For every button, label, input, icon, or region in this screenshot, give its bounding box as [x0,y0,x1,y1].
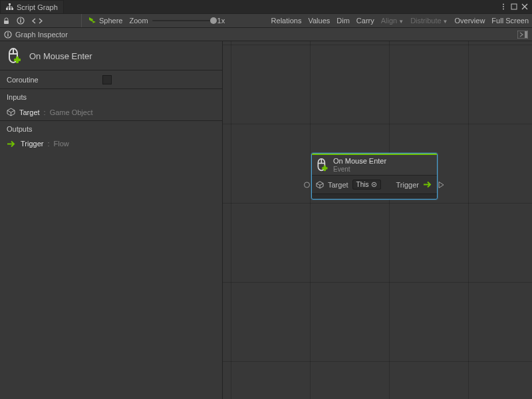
svg-point-6 [503,9,504,10]
values-button[interactable]: Values [305,15,333,26]
svg-rect-14 [7,34,8,37]
node-title: On Mouse Enter [29,51,92,61]
svg-rect-11 [20,20,21,23]
inspector-title: Graph Inspector [15,31,68,39]
output-port-name: Trigger [21,140,43,148]
input-port-sep: : [44,108,46,116]
zoom-label: Zoom [129,17,148,25]
target-picker-icon [371,182,377,188]
svg-rect-16 [525,31,527,38]
zoom-handle[interactable] [210,17,217,24]
output-port-row: Trigger : Flow [0,137,222,152]
cube-icon [7,108,15,116]
overview-button[interactable]: Overview [452,15,489,26]
output-port-trigger[interactable] [438,181,444,188]
outputs-header: Outputs [0,120,222,137]
menu-kebab-icon[interactable] [500,3,507,10]
carry-button[interactable]: Carry [353,15,378,26]
svg-point-10 [20,19,21,20]
node-header[interactable]: On Mouse Enter Event [312,154,437,176]
output-port-type: Flow [54,140,69,148]
close-icon[interactable] [521,3,528,10]
svg-rect-7 [511,4,517,9]
tab-script-graph[interactable]: Script Graph [0,0,64,13]
dim-button[interactable]: Dim [333,15,353,26]
svg-rect-20 [14,59,21,61]
chevron-down-icon: ▼ [443,19,448,25]
svg-rect-2 [9,8,11,10]
inspector-panel: On Mouse Enter Coroutine Inputs Target :… [0,41,223,399]
breadcrumb-object[interactable]: Sphere [88,17,122,25]
object-arrow-icon [88,17,96,25]
code-icon[interactable] [31,17,43,25]
node-footer [312,194,437,199]
collapse-panel-icon[interactable] [517,31,528,39]
coroutine-checkbox[interactable] [102,75,112,84]
node-body: Target This Trigger [312,176,437,194]
svg-rect-1 [6,8,8,10]
fullscreen-button[interactable]: Full Screen [488,15,532,26]
align-button[interactable]: Align▼ [378,15,407,26]
mouse-enter-event-icon [316,158,329,172]
svg-point-13 [7,32,9,33]
maximize-icon[interactable] [511,3,517,10]
svg-rect-24 [322,167,327,169]
zoom-slider[interactable] [152,20,213,21]
target-label: Target [328,181,348,189]
info-icon [4,31,12,39]
tab-bar-spacer [64,0,496,13]
lock-icon[interactable] [3,17,10,25]
output-port-sep: : [47,140,49,148]
input-port-target[interactable] [304,182,310,188]
tab-label: Script Graph [17,3,58,11]
svg-rect-8 [4,21,9,24]
svg-point-5 [503,6,504,7]
svg-rect-3 [11,8,13,10]
svg-point-26 [374,184,375,185]
node-subtitle: Event [333,166,386,173]
node-title: On Mouse Enter [333,157,386,165]
cube-icon [316,181,324,189]
inputs-header: Inputs [0,88,222,105]
info-icon[interactable] [17,17,25,25]
hierarchy-icon [6,3,13,11]
graph-canvas[interactable]: On Mouse Enter Event Target This Trigger [223,41,532,399]
input-port-name: Target [19,108,40,116]
flow-arrow-icon [423,181,433,188]
input-port-type: Game Object [50,108,93,116]
svg-rect-0 [9,3,11,5]
zoom-value: 1x [217,17,225,25]
coroutine-label: Coroutine [7,76,39,84]
target-value-field[interactable]: This [352,180,382,190]
chevron-down-icon: ▼ [398,19,404,25]
distribute-button[interactable]: Distribute▼ [407,15,451,26]
input-port-row: Target : Game Object [0,105,222,120]
graph-node-on-mouse-enter[interactable]: On Mouse Enter Event Target This Trigger [311,153,438,200]
relations-button[interactable]: Relations [268,15,305,26]
svg-point-4 [503,4,504,5]
mouse-enter-event-icon [7,47,23,65]
flow-arrow-icon [7,140,17,148]
trigger-label: Trigger [396,181,419,189]
breadcrumb-label: Sphere [99,17,122,25]
